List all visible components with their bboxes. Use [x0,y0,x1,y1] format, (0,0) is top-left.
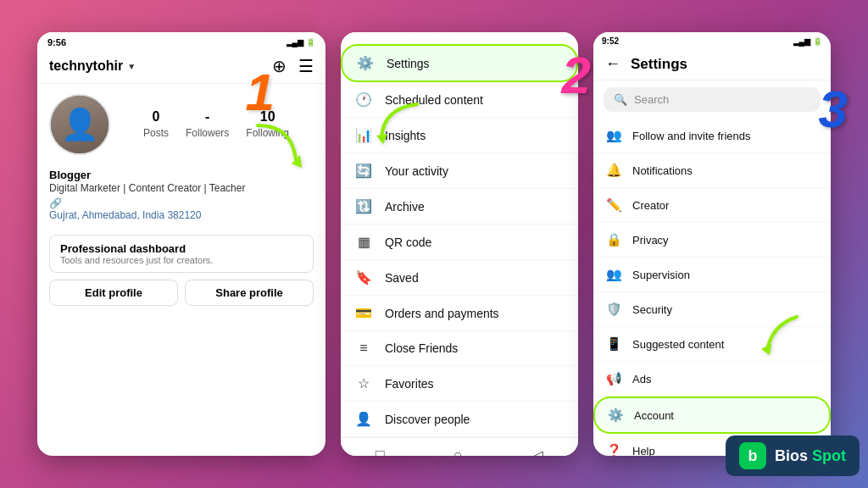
bio-link[interactable]: 🔗 [49,197,314,209]
archive-icon: 🔃 [354,198,373,214]
favorites-label: Favorites [385,377,434,391]
menu-item-archive[interactable]: 🔃 Archive [341,189,578,225]
account-label: Account [634,409,674,422]
close-friends-icon: ≡ [354,341,373,356]
nav-square-icon[interactable]: □ [376,446,385,456]
nav-bar: □ ○ ◁ [341,437,578,456]
settings-item-privacy[interactable]: 🔒 Privacy [593,223,831,258]
activity-icon: 🔄 [354,163,373,179]
arrow-3 [746,308,814,371]
search-icon: 🔍 [614,93,627,106]
archive-label: Archive [385,200,425,214]
status-bar-3: 9:52 ▂▄▆ 🔋 [593,32,831,48]
settings-search-bar[interactable]: 🔍 Search [604,87,821,112]
back-button[interactable]: ← [605,55,620,73]
profile-header: technytohir ▼ ⊕ ☰ [37,51,326,84]
posts-count: 0 [143,109,169,125]
follow-icon: 👥 [605,128,622,143]
status-icons-1: ▂▄▆ 🔋 [287,38,315,47]
chevron-down-icon[interactable]: ▼ [127,62,136,71]
battery-icon: 🔋 [306,38,315,47]
settings-item-notifications[interactable]: 🔔 Notifications [593,153,831,188]
bios-spot-brand: b Bios Spot [726,435,860,476]
menu-item-close-friends[interactable]: ≡ Close Friends [341,331,578,366]
screen1-profile: 9:56 ▂▄▆ 🔋 technytohir ▼ ⊕ ☰ 👤 [37,32,326,456]
signal-icon-3: ▂▄▆ [793,37,810,46]
activity-label: Your activity [385,164,448,178]
step-number-2: 2 [562,49,591,102]
nav-circle-icon[interactable]: ○ [453,446,463,456]
settings-item-follow[interactable]: 👥 Follow and invite friends [593,119,831,153]
search-placeholder: Search [634,93,669,106]
dashboard-title: Professional dashboard [60,242,303,255]
edit-profile-button[interactable]: Edit profile [49,280,178,306]
step-number-3: 3 [819,83,848,136]
settings-item-supervision[interactable]: 👥 Supervision [593,258,831,292]
follow-label: Follow and invite friends [632,130,750,142]
qr-label: QR code [385,236,431,249]
arrow-1 [241,117,309,188]
discover-icon: 👤 [354,411,373,427]
status-bar-1: 9:56 ▂▄▆ 🔋 [37,32,326,51]
settings-item-creator[interactable]: ✏️ Creator [593,188,831,223]
profile-buttons: Edit profile Share profile [49,280,314,306]
menu-item-qr[interactable]: ▦ QR code [341,225,578,260]
screen3-content: 9:52 ▂▄▆ 🔋 ← Settings 🔍 Search 👥 [593,32,831,456]
settings-item-account[interactable]: ⚙️ Account [593,396,831,434]
menu-item-favorites[interactable]: ☆ Favorites [341,366,578,402]
avatar[interactable]: 👤 [49,94,110,155]
privacy-label: Privacy [632,234,669,247]
menu-icon[interactable]: ☰ [298,56,314,76]
avatar-image: 👤 [51,96,108,153]
settings-label: Settings [387,57,430,70]
menu-item-settings[interactable]: ⚙️ Settings [341,44,578,82]
step-number-1: 1 [246,66,275,119]
followers-count: - [186,109,229,125]
orders-icon: 💳 [354,305,373,321]
help-icon: ❓ [605,443,622,456]
posts-label: Posts [143,127,169,139]
close-friends-label: Close Friends [385,341,458,355]
settings-page-title: Settings [631,56,687,73]
screen1-wrapper: 9:56 ▂▄▆ 🔋 technytohir ▼ ⊕ ☰ 👤 [37,32,326,456]
account-icon: ⚙️ [607,408,624,423]
bios-b-logo: b [739,442,766,469]
arrow-2 [366,92,434,163]
ads-label: Ads [632,373,651,385]
screen3-wrapper: 9:52 ▂▄▆ 🔋 ← Settings 🔍 Search 👥 [593,32,831,456]
professional-dashboard[interactable]: Professional dashboard Tools and resourc… [49,235,314,273]
notifications-label: Notifications [632,164,693,177]
menu-item-orders[interactable]: 💳 Orders and payments [341,296,578,331]
saved-label: Saved [385,271,419,285]
security-icon: 🛡️ [605,302,622,317]
help-label: Help [632,445,655,457]
menu-item-discover[interactable]: 👤 Discover people [341,402,578,437]
screen2-wrapper: ⚙️ Settings 🕐 Scheduled content 📊 Insigh… [341,32,578,456]
followers-stat[interactable]: - Followers [186,109,229,140]
followers-label: Followers [186,127,229,139]
ads-icon: 📢 [605,371,622,386]
header-action-icons: ⊕ ☰ [272,56,314,76]
bios-brand-text: Bios Spot [775,447,846,465]
posts-stat[interactable]: 0 Posts [143,109,169,140]
settings-icon: ⚙️ [356,55,375,71]
saved-icon: 🔖 [354,269,373,286]
bios-word: Bios [775,447,808,464]
screen3-settings: 9:52 ▂▄▆ 🔋 ← Settings 🔍 Search 👥 [593,32,831,456]
suggested-label: Suggested content [632,338,724,351]
security-label: Security [632,303,672,316]
status-time-1: 9:56 [47,37,66,47]
username-text: technytohir [49,58,123,74]
spot-word: Spot [812,447,846,464]
menu-item-saved[interactable]: 🔖 Saved [341,260,578,296]
dashboard-subtitle: Tools and resources just for creators. [60,255,303,265]
svg-marker-2 [761,344,771,355]
svg-marker-1 [376,134,387,144]
supervision-icon: 👥 [605,267,622,282]
share-profile-button[interactable]: Share profile [185,280,314,306]
nav-triangle-icon[interactable]: ◁ [531,446,543,456]
status-time-3: 9:52 [602,36,619,46]
settings-list: 👥 Follow and invite friends 🔔 Notificati… [593,119,831,456]
favorites-icon: ☆ [354,375,373,391]
discover-label: Discover people [385,413,470,426]
